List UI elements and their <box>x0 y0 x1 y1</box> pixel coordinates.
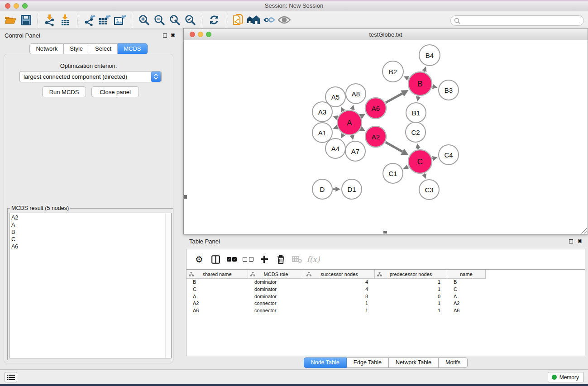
resize-handle-bottom[interactable] <box>383 231 387 234</box>
cell-predecessor-nodes[interactable]: 1 <box>375 300 447 307</box>
cell-successor-nodes[interactable]: 1 <box>304 300 375 307</box>
zoom-selected-icon[interactable] <box>182 13 198 27</box>
cell-MCDS-role[interactable]: dominator <box>248 279 304 286</box>
cell-predecessor-nodes[interactable]: 1 <box>375 307 447 315</box>
arrowhead-C-C4 <box>432 156 438 161</box>
cell-MCDS-role[interactable]: dominator <box>248 286 304 293</box>
cell-MCDS-role[interactable]: dominator <box>248 293 304 300</box>
table-panel-title: Table Panel <box>189 238 220 245</box>
search-input[interactable] <box>462 18 583 24</box>
cell-name[interactable]: A2 <box>447 300 486 307</box>
table-row[interactable]: Adominator80A <box>186 293 585 300</box>
cell-name[interactable]: A <box>447 293 486 300</box>
export-table-icon[interactable] <box>97 13 112 27</box>
network-canvas[interactable]: B4B2BB3A5A8A6A3B1AC2A1A2A4A7C4CC1C3DD1 <box>184 40 588 234</box>
arrowhead-D-D1 <box>335 187 340 192</box>
task-history-button[interactable] <box>5 372 17 382</box>
edge-A2-C[interactable] <box>386 142 402 152</box>
import-network-icon[interactable] <box>42 13 57 27</box>
save-session-icon[interactable] <box>18 13 33 27</box>
cell-predecessor-nodes[interactable]: 1 <box>375 279 447 286</box>
close-panel-icon[interactable]: ✖ <box>170 33 176 38</box>
tab-network-table[interactable]: Network Table <box>389 357 439 368</box>
float-table-panel-icon[interactable] <box>568 238 574 244</box>
memory-status-icon <box>552 375 557 380</box>
tab-node-table[interactable]: Node Table <box>304 357 347 368</box>
cell-shared-name[interactable]: A2 <box>186 300 248 307</box>
float-panel-icon[interactable] <box>162 33 167 38</box>
deselect-all-columns-icon[interactable] <box>240 253 256 266</box>
node-label-B3: B3 <box>445 86 453 94</box>
search-box[interactable] <box>450 15 584 26</box>
split-panel-icon[interactable] <box>207 253 224 266</box>
cell-MCDS-role[interactable]: connector <box>248 300 304 307</box>
arrowhead-B-B3 <box>432 84 438 89</box>
edge-A6-B[interactable] <box>386 93 402 102</box>
cell-name[interactable]: A6 <box>447 307 486 315</box>
cell-predecessor-nodes[interactable]: 0 <box>375 293 447 300</box>
zoom-in-icon[interactable] <box>136 13 152 27</box>
tab-mcds[interactable]: MCDS <box>118 43 147 54</box>
column-header-successor-nodes[interactable]: successor nodes <box>304 270 375 279</box>
cell-successor-nodes[interactable]: 4 <box>304 286 375 293</box>
cell-predecessor-nodes[interactable]: 1 <box>375 286 447 293</box>
apply-layout-icon[interactable] <box>246 13 261 27</box>
table-row[interactable]: Bdominator41B <box>186 279 585 286</box>
tab-select[interactable]: Select <box>89 43 118 54</box>
export-image-icon[interactable] <box>112 13 128 27</box>
birds-eye-view-icon[interactable] <box>277 13 292 27</box>
scrollbar-track[interactable] <box>165 213 171 358</box>
mcds-result-item[interactable]: C <box>10 236 171 243</box>
show-graphics-details-icon[interactable] <box>261 13 277 27</box>
mcds-result-item[interactable]: A <box>10 221 171 229</box>
network-window-titlebar[interactable]: testGlobe.txt <box>184 29 588 40</box>
node-label-B: B <box>417 80 422 88</box>
run-mcds-button[interactable]: Run MCDS <box>42 86 86 97</box>
import-table-icon[interactable] <box>57 13 73 27</box>
column-header-MCDS-role[interactable]: MCDS role <box>248 270 304 279</box>
optimization-criterion-dropdown[interactable]: largest connected component (directed) <box>19 71 162 82</box>
cell-shared-name[interactable]: A6 <box>186 307 248 315</box>
tab-motifs[interactable]: Motifs <box>439 357 468 368</box>
tab-style[interactable]: Style <box>64 43 89 54</box>
column-header-name[interactable]: name <box>447 270 486 279</box>
column-header-shared-name[interactable]: shared name <box>186 270 248 279</box>
table-row[interactable]: A2connector11A2 <box>186 300 585 307</box>
zoom-fit-icon[interactable] <box>167 13 182 27</box>
table-row[interactable]: A6connector11A6 <box>186 307 585 315</box>
mcds-result-item[interactable]: A6 <box>10 243 171 250</box>
mcds-result-item[interactable]: B <box>10 229 171 236</box>
cell-MCDS-role[interactable]: connector <box>248 307 304 315</box>
edge-C-C1[interactable] <box>408 167 408 167</box>
refresh-icon[interactable] <box>206 13 222 27</box>
node-label-C1: C1 <box>388 170 397 177</box>
close-table-panel-icon[interactable]: ✖ <box>577 238 583 244</box>
zoom-out-icon[interactable] <box>152 13 167 27</box>
table-row[interactable]: Cdominator41C <box>186 286 585 293</box>
cell-successor-nodes[interactable]: 1 <box>304 307 375 315</box>
node-label-B4: B4 <box>425 52 434 59</box>
tab-network[interactable]: Network <box>29 43 64 54</box>
toolbar-separator <box>202 14 202 26</box>
open-session-icon[interactable] <box>3 13 18 27</box>
close-panel-button[interactable]: Close panel <box>91 86 139 97</box>
select-all-columns-icon[interactable]: ✓✓ <box>224 253 240 266</box>
resize-handle-left[interactable] <box>184 195 187 199</box>
export-network-icon[interactable] <box>81 13 97 27</box>
cell-successor-nodes[interactable]: 4 <box>304 279 375 286</box>
delete-column-icon[interactable] <box>272 253 289 266</box>
new-network-from-selection-icon[interactable] <box>230 13 246 27</box>
column-header-predecessor-nodes[interactable]: predecessor nodes <box>375 270 447 279</box>
cell-shared-name[interactable]: B <box>186 279 248 286</box>
cell-shared-name[interactable]: A <box>186 293 248 300</box>
add-column-icon[interactable] <box>256 253 272 266</box>
arrowhead-A-A8 <box>350 105 355 110</box>
cell-name[interactable]: B <box>447 279 486 286</box>
cell-name[interactable]: C <box>447 286 486 293</box>
memory-button[interactable]: Memory <box>548 372 584 382</box>
table-settings-gear-icon[interactable]: ⚙ <box>191 253 207 266</box>
cell-shared-name[interactable]: C <box>186 286 248 293</box>
cell-successor-nodes[interactable]: 8 <box>304 293 375 300</box>
mcds-result-item[interactable]: A2 <box>10 214 171 221</box>
tab-edge-table[interactable]: Edge Table <box>347 357 389 368</box>
